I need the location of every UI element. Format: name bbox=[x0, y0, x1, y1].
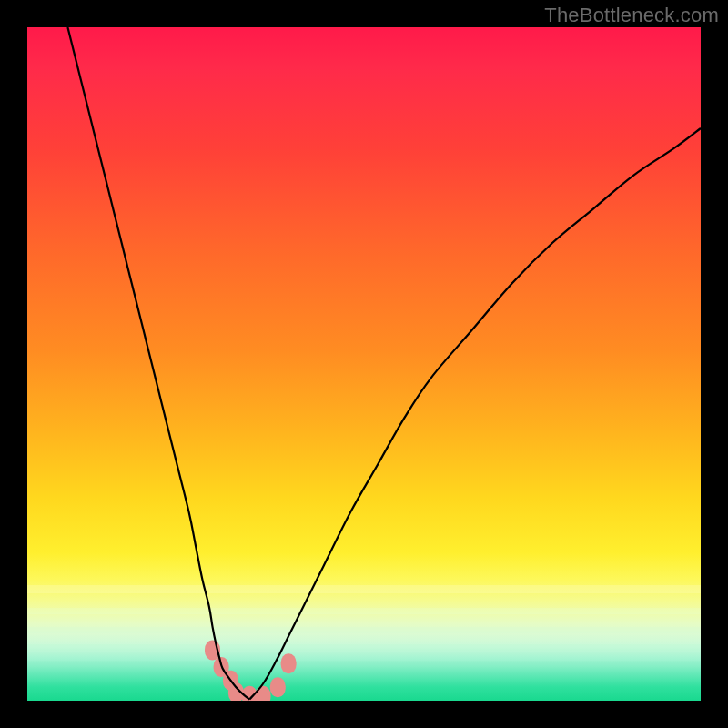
valley-blob bbox=[281, 653, 297, 673]
valley-blob bbox=[270, 677, 286, 697]
plot-area bbox=[27, 27, 701, 701]
chart-frame: TheBottleneck.com bbox=[0, 0, 728, 728]
watermark-text: TheBottleneck.com bbox=[544, 4, 719, 27]
curves-layer bbox=[27, 27, 701, 701]
curve-right-branch bbox=[249, 128, 701, 700]
valley-blob bbox=[256, 686, 271, 701]
curve-left-branch bbox=[67, 27, 249, 700]
